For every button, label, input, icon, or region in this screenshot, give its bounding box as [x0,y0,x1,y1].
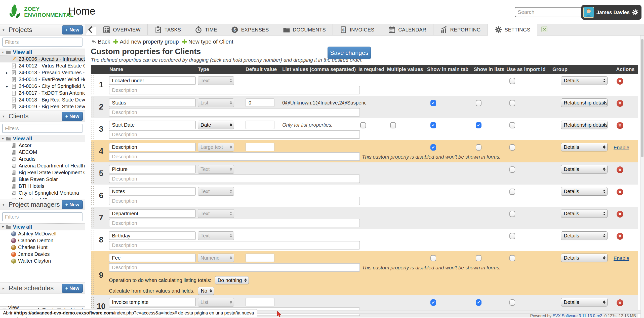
default-value-input[interactable] [246,298,274,306]
delete-property-button[interactable]: × [617,100,623,107]
sidebar-section-header-clients[interactable]: ▾Clients+ New [0,111,85,122]
checkbox-use-as-import-id[interactable] [509,78,515,84]
type-select[interactable]: Numeric [198,254,234,262]
calculate-from-select[interactable]: No [198,287,214,295]
row-number[interactable]: 9 [95,271,107,280]
row-number[interactable]: 8 [95,235,107,244]
type-select[interactable]: Text [198,187,234,196]
save-changes-button[interactable]: Save changes [328,47,371,59]
listing-totals-select[interactable]: Do nothing [215,276,249,284]
description-input[interactable] [109,130,360,139]
description-input[interactable] [109,197,360,205]
checkbox-use-as-import-id[interactable] [509,299,515,306]
property-name-input[interactable] [109,209,196,218]
sidebar-section-header-managers[interactable]: ▾Project managers+ New [0,199,85,210]
list-item[interactable]: Big Real State Development Grou [0,169,85,176]
list-item[interactable]: Arizona Department of Health Se [0,162,85,169]
add-property-group-button[interactable]: Add new property group [113,39,179,45]
delete-property-button[interactable]: × [617,233,623,240]
row-number[interactable]: 3 [95,125,107,134]
sidebar-section-header-projects[interactable]: ▾Projects+ New [0,24,85,36]
group-select[interactable]: Relationship details [561,121,608,129]
tab-calendar[interactable]: CALENDAR [381,24,433,35]
new-rates-button[interactable]: + New [62,284,83,293]
description-input[interactable] [109,174,360,183]
row-number[interactable]: 7 [95,213,107,222]
list-item[interactable]: 24-0014 - EverPower Wind Holdin [0,76,85,83]
checkbox-show-in-main-tab[interactable] [430,122,436,128]
row-number[interactable]: 6 [95,191,107,200]
view-all-managers[interactable]: ▾View all [0,223,85,230]
projects-filter-input[interactable] [2,38,83,47]
description-input[interactable] [109,241,360,250]
checkbox-show-in-main-tab[interactable] [430,100,436,106]
delete-property-button[interactable]: × [617,122,623,129]
enable-property-link[interactable]: Enable [614,256,629,261]
new-projects-button[interactable]: + New [62,25,83,34]
list-item[interactable]: James Davies [0,251,85,258]
checkbox-show-in-main-tab[interactable] [430,144,436,151]
back-button[interactable]: Back [91,39,110,45]
delete-property-button[interactable]: × [617,189,623,195]
list-item[interactable]: 24-0012 - Virtus Real Estate Capit [0,62,85,69]
triangle-right-icon[interactable]: ▸ [6,70,8,75]
triangle-down-icon[interactable]: ▾ [2,225,4,229]
type-select[interactable]: Text [198,231,234,240]
description-input[interactable] [109,108,360,117]
checkbox-multiple-values[interactable] [390,122,396,128]
checkbox-show-in-lists[interactable] [476,144,481,151]
property-name-input[interactable] [109,254,196,262]
group-select[interactable]: Details [561,231,608,240]
drag-handle[interactable] [91,163,95,184]
tab-invoices[interactable]: $INVOICES [333,24,381,35]
list-item[interactable]: Charles Hunt [0,244,85,251]
group-select[interactable]: Details [561,254,608,262]
gear-icon[interactable] [632,9,638,16]
checkbox-is-required[interactable] [360,122,366,128]
description-input[interactable] [109,219,360,227]
property-name-input[interactable] [109,165,196,173]
group-select[interactable]: Details [561,209,608,218]
group-select[interactable]: Details [561,298,608,306]
drag-handle[interactable] [91,252,95,294]
list-item[interactable]: 24-0018 - Big Real State Developr [0,96,85,103]
checkbox-use-as-import-id[interactable] [509,211,515,217]
checkbox-show-in-lists[interactable] [476,255,481,261]
triangle-down-icon[interactable]: ▾ [2,136,4,140]
clients-filter-input[interactable] [2,124,83,133]
list-item[interactable]: ▸24-0016 - City of Springfield Mon [0,83,85,90]
type-select[interactable]: Large text [198,143,234,151]
drag-handle[interactable] [91,97,95,117]
drag-handle[interactable] [91,230,95,250]
list-item[interactable]: Ashley McDowell [0,230,85,237]
global-search[interactable] [515,7,586,17]
list-item[interactable]: BTH Hotels [0,183,85,190]
drag-handle[interactable] [91,141,95,161]
checkbox-use-as-import-id[interactable] [509,166,515,173]
list-item[interactable]: ▸24-0013 - Presario Ventures - Pha [0,69,85,76]
triangle-down-icon[interactable]: ▾ [3,114,7,119]
tab-time[interactable]: TIME [188,24,224,35]
row-number[interactable]: 2 [95,102,107,112]
new-clients-button[interactable]: + New [62,112,83,121]
type-select[interactable]: Text [198,76,234,85]
list-item[interactable]: Walter Clayton [0,258,85,264]
group-select[interactable]: Details [561,165,608,173]
tab-close-icon[interactable] [541,26,547,32]
drag-handle[interactable] [91,119,95,139]
property-name-input[interactable] [109,187,196,196]
type-select[interactable]: List [198,298,234,306]
tab-reporting[interactable]: REPORTING [433,24,488,35]
list-item[interactable]: Accor [0,142,85,149]
triangle-right-icon[interactable]: ▸ [3,286,7,291]
type-select[interactable]: List [198,98,234,107]
tab-tasks[interactable]: TASKS [148,24,188,35]
tab-settings[interactable]: SETTINGS [488,24,537,36]
drag-handle[interactable] [91,208,95,228]
triangle-down-icon[interactable]: ▾ [3,202,7,207]
checkbox-use-as-import-id[interactable] [509,100,515,106]
list-item[interactable]: Arcadis [0,156,85,162]
checkbox-show-in-lists[interactable] [476,100,481,106]
user-menu-button[interactable]: James Davies [581,5,641,20]
property-name-input[interactable] [109,98,196,107]
